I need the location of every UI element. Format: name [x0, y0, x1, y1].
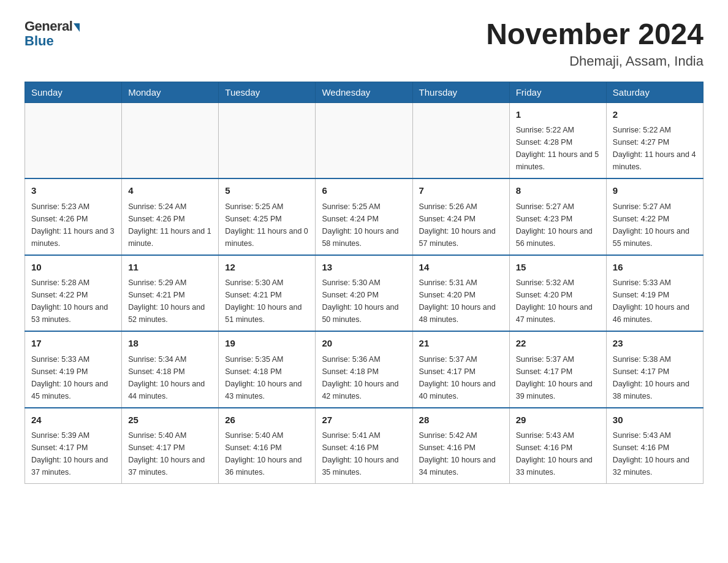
day-sun-info: Sunrise: 5:30 AM Sunset: 4:21 PM Dayligh… — [225, 277, 309, 326]
day-sun-info: Sunrise: 5:22 AM Sunset: 4:28 PM Dayligh… — [516, 124, 600, 173]
day-number: 13 — [322, 261, 406, 275]
calendar-cell: 29Sunrise: 5:43 AM Sunset: 4:16 PM Dayli… — [509, 408, 606, 484]
calendar-cell: 30Sunrise: 5:43 AM Sunset: 4:16 PM Dayli… — [606, 408, 703, 484]
weekday-header-monday: Monday — [122, 82, 219, 102]
day-number: 9 — [613, 184, 697, 198]
calendar-cell: 13Sunrise: 5:30 AM Sunset: 4:20 PM Dayli… — [316, 255, 412, 332]
calendar-cell — [316, 102, 412, 178]
day-number: 16 — [613, 261, 697, 275]
day-sun-info: Sunrise: 5:40 AM Sunset: 4:17 PM Dayligh… — [128, 429, 212, 478]
calendar-cell: 6Sunrise: 5:25 AM Sunset: 4:24 PM Daylig… — [316, 178, 412, 255]
weekday-header-wednesday: Wednesday — [316, 82, 412, 102]
calendar-cell: 2Sunrise: 5:22 AM Sunset: 4:27 PM Daylig… — [606, 102, 703, 178]
day-sun-info: Sunrise: 5:27 AM Sunset: 4:23 PM Dayligh… — [516, 201, 600, 250]
day-number: 25 — [128, 413, 212, 427]
calendar-cell: 1Sunrise: 5:22 AM Sunset: 4:28 PM Daylig… — [509, 102, 606, 178]
calendar-cell — [412, 102, 509, 178]
day-number: 23 — [613, 337, 697, 351]
day-sun-info: Sunrise: 5:36 AM Sunset: 4:18 PM Dayligh… — [322, 353, 406, 402]
day-sun-info: Sunrise: 5:39 AM Sunset: 4:17 PM Dayligh… — [31, 429, 115, 478]
location-subtitle: Dhemaji, Assam, India — [486, 53, 703, 69]
calendar-cell: 4Sunrise: 5:24 AM Sunset: 4:26 PM Daylig… — [122, 178, 219, 255]
calendar-week-row: 17Sunrise: 5:33 AM Sunset: 4:19 PM Dayli… — [25, 331, 703, 408]
day-sun-info: Sunrise: 5:42 AM Sunset: 4:16 PM Dayligh… — [419, 429, 503, 478]
calendar-table: SundayMondayTuesdayWednesdayThursdayFrid… — [25, 82, 703, 484]
day-sun-info: Sunrise: 5:40 AM Sunset: 4:16 PM Dayligh… — [225, 429, 309, 478]
day-sun-info: Sunrise: 5:22 AM Sunset: 4:27 PM Dayligh… — [613, 124, 697, 173]
day-sun-info: Sunrise: 5:30 AM Sunset: 4:20 PM Dayligh… — [322, 277, 406, 326]
logo: General Blue — [25, 18, 80, 49]
day-number: 19 — [225, 337, 309, 351]
day-number: 3 — [31, 184, 115, 198]
calendar-cell: 23Sunrise: 5:38 AM Sunset: 4:17 PM Dayli… — [606, 331, 703, 408]
day-sun-info: Sunrise: 5:41 AM Sunset: 4:16 PM Dayligh… — [322, 429, 406, 478]
day-sun-info: Sunrise: 5:29 AM Sunset: 4:21 PM Dayligh… — [128, 277, 212, 326]
day-number: 21 — [419, 337, 503, 351]
day-number: 7 — [419, 184, 503, 198]
day-number: 22 — [516, 337, 600, 351]
day-number: 26 — [225, 413, 309, 427]
weekday-header-friday: Friday — [509, 82, 606, 102]
calendar-cell: 15Sunrise: 5:32 AM Sunset: 4:20 PM Dayli… — [509, 255, 606, 332]
day-number: 28 — [419, 413, 503, 427]
day-sun-info: Sunrise: 5:31 AM Sunset: 4:20 PM Dayligh… — [419, 277, 503, 326]
day-number: 14 — [419, 261, 503, 275]
day-sun-info: Sunrise: 5:25 AM Sunset: 4:24 PM Dayligh… — [322, 201, 406, 250]
calendar-cell: 11Sunrise: 5:29 AM Sunset: 4:21 PM Dayli… — [122, 255, 219, 332]
day-number: 6 — [322, 184, 406, 198]
calendar-week-row: 24Sunrise: 5:39 AM Sunset: 4:17 PM Dayli… — [25, 408, 703, 484]
day-number: 24 — [31, 413, 115, 427]
title-section: November 2024 Dhemaji, Assam, India — [486, 18, 703, 69]
day-number: 17 — [31, 337, 115, 351]
logo-general-text: General — [25, 18, 72, 34]
calendar-cell: 26Sunrise: 5:40 AM Sunset: 4:16 PM Dayli… — [219, 408, 316, 484]
calendar-cell: 19Sunrise: 5:35 AM Sunset: 4:18 PM Dayli… — [219, 331, 316, 408]
calendar-cell — [219, 102, 316, 178]
calendar-cell: 16Sunrise: 5:33 AM Sunset: 4:19 PM Dayli… — [606, 255, 703, 332]
day-number: 18 — [128, 337, 212, 351]
weekday-header-row: SundayMondayTuesdayWednesdayThursdayFrid… — [25, 82, 703, 102]
day-number: 20 — [322, 337, 406, 351]
calendar-cell: 14Sunrise: 5:31 AM Sunset: 4:20 PM Dayli… — [412, 255, 509, 332]
calendar-cell — [122, 102, 219, 178]
day-number: 1 — [516, 108, 600, 122]
day-sun-info: Sunrise: 5:25 AM Sunset: 4:25 PM Dayligh… — [225, 201, 309, 250]
day-number: 10 — [31, 261, 115, 275]
day-sun-info: Sunrise: 5:23 AM Sunset: 4:26 PM Dayligh… — [31, 201, 115, 250]
day-number: 4 — [128, 184, 212, 198]
calendar-cell: 21Sunrise: 5:37 AM Sunset: 4:17 PM Dayli… — [412, 331, 509, 408]
day-sun-info: Sunrise: 5:26 AM Sunset: 4:24 PM Dayligh… — [419, 201, 503, 250]
day-sun-info: Sunrise: 5:33 AM Sunset: 4:19 PM Dayligh… — [613, 277, 697, 326]
day-number: 11 — [128, 261, 212, 275]
day-number: 12 — [225, 261, 309, 275]
weekday-header-saturday: Saturday — [606, 82, 703, 102]
day-sun-info: Sunrise: 5:43 AM Sunset: 4:16 PM Dayligh… — [516, 429, 600, 478]
day-sun-info: Sunrise: 5:38 AM Sunset: 4:17 PM Dayligh… — [613, 353, 697, 402]
page-header: General Blue November 2024 Dhemaji, Assa… — [25, 18, 703, 69]
day-sun-info: Sunrise: 5:43 AM Sunset: 4:16 PM Dayligh… — [613, 429, 697, 478]
logo-arrow-icon — [74, 23, 80, 32]
calendar-cell: 22Sunrise: 5:37 AM Sunset: 4:17 PM Dayli… — [509, 331, 606, 408]
day-sun-info: Sunrise: 5:24 AM Sunset: 4:26 PM Dayligh… — [128, 201, 212, 250]
calendar-cell: 17Sunrise: 5:33 AM Sunset: 4:19 PM Dayli… — [25, 331, 122, 408]
logo-blue-text: Blue — [25, 33, 54, 49]
calendar-cell: 7Sunrise: 5:26 AM Sunset: 4:24 PM Daylig… — [412, 178, 509, 255]
weekday-header-sunday: Sunday — [25, 82, 122, 102]
month-year-title: November 2024 — [486, 18, 703, 51]
weekday-header-tuesday: Tuesday — [219, 82, 316, 102]
calendar-week-row: 3Sunrise: 5:23 AM Sunset: 4:26 PM Daylig… — [25, 178, 703, 255]
day-sun-info: Sunrise: 5:37 AM Sunset: 4:17 PM Dayligh… — [516, 353, 600, 402]
calendar-cell: 12Sunrise: 5:30 AM Sunset: 4:21 PM Dayli… — [219, 255, 316, 332]
calendar-cell: 8Sunrise: 5:27 AM Sunset: 4:23 PM Daylig… — [509, 178, 606, 255]
day-number: 30 — [613, 413, 697, 427]
weekday-header-thursday: Thursday — [412, 82, 509, 102]
day-sun-info: Sunrise: 5:35 AM Sunset: 4:18 PM Dayligh… — [225, 353, 309, 402]
day-sun-info: Sunrise: 5:32 AM Sunset: 4:20 PM Dayligh… — [516, 277, 600, 326]
calendar-cell: 28Sunrise: 5:42 AM Sunset: 4:16 PM Dayli… — [412, 408, 509, 484]
calendar-week-row: 10Sunrise: 5:28 AM Sunset: 4:22 PM Dayli… — [25, 255, 703, 332]
day-number: 15 — [516, 261, 600, 275]
calendar-cell: 10Sunrise: 5:28 AM Sunset: 4:22 PM Dayli… — [25, 255, 122, 332]
day-sun-info: Sunrise: 5:34 AM Sunset: 4:18 PM Dayligh… — [128, 353, 212, 402]
day-number: 27 — [322, 413, 406, 427]
day-number: 2 — [613, 108, 697, 122]
